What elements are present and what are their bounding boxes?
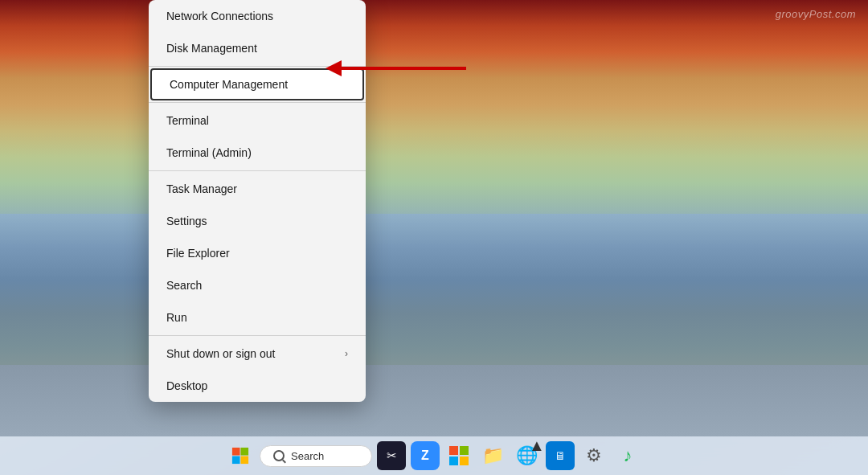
context-menu: Network Connections Disk Management Comp… xyxy=(149,0,366,402)
submenu-chevron-icon: › xyxy=(345,348,348,359)
menu-item-settings[interactable]: Settings xyxy=(149,205,366,237)
menu-item-shut-down[interactable]: Shut down or sign out › xyxy=(149,338,366,370)
snipping-tool-icon: ✂ xyxy=(387,448,397,463)
svg-rect-8 xyxy=(449,457,458,465)
menu-item-label: Search xyxy=(166,279,202,292)
menu-item-label: Terminal xyxy=(166,114,209,127)
water-background xyxy=(0,214,868,380)
remote-desktop-icon: 🖥 xyxy=(555,449,566,462)
menu-item-label: Run xyxy=(166,311,187,324)
snipping-tool-button[interactable]: ✂ xyxy=(377,441,406,470)
menu-item-label: Shut down or sign out xyxy=(166,347,275,360)
menu-item-label: Desktop xyxy=(166,379,207,392)
separator-2 xyxy=(149,102,366,103)
desktop-background xyxy=(0,0,868,475)
svg-rect-3 xyxy=(240,448,248,456)
file-explorer-icon: 📁 xyxy=(482,445,504,466)
menu-item-label: Disk Management xyxy=(166,42,257,55)
menu-item-label: File Explorer xyxy=(166,247,230,260)
menu-item-network-connections[interactable]: Network Connections xyxy=(149,0,366,32)
taskbar-center: Search ✂ Z 📁 🌐 🖥 xyxy=(226,441,642,470)
file-explorer-button[interactable]: 📁 xyxy=(478,441,507,470)
taskbar: Search ✂ Z 📁 🌐 🖥 xyxy=(0,436,868,475)
search-icon xyxy=(273,450,285,461)
menu-item-search[interactable]: Search xyxy=(149,269,366,301)
separator-4 xyxy=(149,335,366,336)
svg-rect-5 xyxy=(240,456,248,464)
separator-1 xyxy=(149,66,366,67)
menu-item-terminal-admin[interactable]: Terminal (Admin) xyxy=(149,137,366,169)
edge-button[interactable]: 🌐 xyxy=(512,441,541,470)
menu-item-disk-management[interactable]: Disk Management xyxy=(149,32,366,64)
svg-rect-2 xyxy=(232,448,240,456)
svg-rect-6 xyxy=(449,446,458,455)
windows-logo-icon xyxy=(231,447,249,465)
menu-item-file-explorer[interactable]: File Explorer xyxy=(149,237,366,269)
settings-button[interactable]: ⚙ xyxy=(579,441,608,470)
menu-item-label: Terminal (Admin) xyxy=(166,146,252,159)
menu-item-label: Task Manager xyxy=(166,182,237,195)
microsoft-store-icon xyxy=(449,446,469,465)
hills-background xyxy=(0,365,868,436)
taskbar-search-bar[interactable]: Search xyxy=(260,445,372,467)
microsoft-store-button[interactable] xyxy=(444,441,473,470)
edge-icon: 🌐 xyxy=(516,445,538,466)
watermark: groovyPost.com xyxy=(776,8,856,20)
svg-rect-9 xyxy=(460,457,469,465)
menu-item-computer-management[interactable]: Computer Management xyxy=(150,68,364,100)
menu-item-run[interactable]: Run xyxy=(149,301,366,334)
start-button[interactable] xyxy=(226,441,255,470)
menu-item-task-manager[interactable]: Task Manager xyxy=(149,173,366,205)
svg-rect-7 xyxy=(460,446,469,455)
separator-3 xyxy=(149,170,366,171)
taskbar-search-label: Search xyxy=(291,450,324,462)
spotify-icon: ♪ xyxy=(624,445,633,466)
menu-item-label: Settings xyxy=(166,215,207,227)
spotify-button[interactable]: ♪ xyxy=(613,441,642,470)
settings-icon: ⚙ xyxy=(586,445,602,466)
menu-item-label: Computer Management xyxy=(170,78,288,91)
menu-item-terminal[interactable]: Terminal xyxy=(149,104,366,137)
menu-item-label: Network Connections xyxy=(166,10,273,23)
remote-desktop-button[interactable]: 🖥 xyxy=(546,441,575,470)
svg-rect-4 xyxy=(232,456,240,464)
menu-item-desktop[interactable]: Desktop xyxy=(149,370,366,402)
zoom-button[interactable]: Z xyxy=(411,441,440,470)
zoom-icon: Z xyxy=(421,448,429,463)
